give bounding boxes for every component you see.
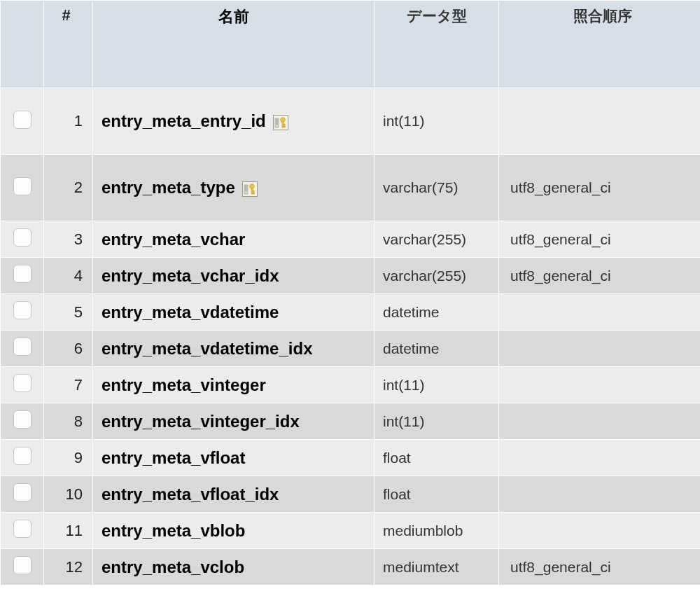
- table-row: 8entry_meta_vinteger_idxint(11): [1, 403, 701, 440]
- row-checkbox-cell: [1, 258, 44, 294]
- row-checkbox[interactable]: [13, 556, 31, 574]
- column-name-cell: entry_meta_vfloat: [93, 440, 374, 476]
- header-collation: 照合順序: [499, 1, 701, 88]
- primary-key-icon: [273, 115, 288, 130]
- row-index: 7: [44, 367, 93, 403]
- column-collation: [499, 403, 701, 440]
- column-type: varchar(255): [374, 258, 499, 294]
- column-collation: [499, 513, 701, 549]
- svg-rect-9: [284, 124, 285, 125]
- column-collation: [499, 440, 701, 476]
- column-collation: utf8_general_ci: [499, 155, 701, 221]
- column-name-cell: entry_meta_vinteger_idx: [93, 403, 374, 440]
- header-index: #: [44, 1, 93, 88]
- column-name-cell: entry_meta_vinteger: [93, 367, 374, 403]
- row-checkbox[interactable]: [13, 338, 31, 356]
- row-checkbox[interactable]: [13, 265, 31, 283]
- row-checkbox-cell: [1, 476, 44, 513]
- column-name: entry_meta_entry_id: [102, 111, 266, 130]
- column-type: int(11): [374, 403, 499, 440]
- column-collation: [499, 294, 701, 331]
- row-checkbox[interactable]: [13, 374, 31, 392]
- row-checkbox[interactable]: [13, 228, 31, 247]
- row-index: 9: [44, 440, 93, 476]
- column-name-cell: entry_meta_type: [93, 155, 374, 221]
- row-checkbox-cell: [1, 221, 44, 258]
- header-row: # 名前 データ型 照合順序: [1, 1, 701, 88]
- row-checkbox[interactable]: [13, 520, 31, 538]
- columns-table: # 名前 データ型 照合順序 1entry_meta_entry_id int(…: [0, 0, 700, 585]
- header-checkbox: [1, 1, 44, 88]
- table-row: 12entry_meta_vclobmediumtextutf8_general…: [1, 549, 701, 585]
- table-row: 1entry_meta_entry_id int(11): [1, 88, 701, 155]
- row-checkbox-cell: [1, 440, 44, 476]
- column-collation: utf8_general_ci: [499, 549, 701, 585]
- table-row: 10entry_meta_vfloat_idxfloat: [1, 476, 701, 513]
- column-name-cell: entry_meta_vblob: [93, 513, 374, 549]
- column-name-cell: entry_meta_vchar_idx: [93, 258, 374, 294]
- table-row: 5entry_meta_vdatetimedatetime: [1, 294, 701, 331]
- row-checkbox-cell: [1, 513, 44, 549]
- row-index: 3: [44, 221, 93, 258]
- row-index: 5: [44, 294, 93, 331]
- row-checkbox-cell: [1, 331, 44, 367]
- row-checkbox-cell: [1, 403, 44, 440]
- row-index: 1: [44, 88, 93, 155]
- column-name: entry_meta_vdatetime_idx: [102, 339, 312, 358]
- column-type: varchar(75): [374, 155, 499, 221]
- column-name-cell: entry_meta_vclob: [93, 549, 374, 585]
- column-name-cell: entry_meta_vfloat_idx: [93, 476, 374, 513]
- column-type: datetime: [374, 294, 499, 331]
- column-name: entry_meta_vfloat: [102, 448, 245, 467]
- column-name: entry_meta_vblob: [102, 521, 245, 540]
- row-checkbox-cell: [1, 155, 44, 221]
- svg-rect-10: [284, 126, 286, 127]
- row-checkbox[interactable]: [13, 447, 31, 465]
- table-row: 7entry_meta_vintegerint(11): [1, 367, 701, 403]
- column-type: mediumtext: [374, 549, 499, 585]
- svg-rect-21: [253, 193, 255, 194]
- column-type: float: [374, 440, 499, 476]
- column-collation: utf8_general_ci: [499, 258, 701, 294]
- column-name: entry_meta_vfloat_idx: [102, 485, 279, 504]
- column-name: entry_meta_vdatetime: [102, 303, 279, 321]
- column-name: entry_meta_vclob: [102, 557, 244, 576]
- column-name-cell: entry_meta_vchar: [93, 221, 374, 258]
- row-checkbox-cell: [1, 294, 44, 331]
- row-checkbox-cell: [1, 367, 44, 403]
- table-row: 3entry_meta_vcharvarchar(255)utf8_genera…: [1, 221, 701, 258]
- row-checkbox[interactable]: [13, 177, 31, 195]
- table-row: 2entry_meta_type varchar(75)utf8_general…: [1, 155, 701, 221]
- row-checkbox-cell: [1, 88, 44, 155]
- primary-key-icon: [242, 181, 258, 197]
- row-index: 8: [44, 403, 93, 440]
- row-index: 4: [44, 258, 93, 294]
- column-collation: [499, 331, 701, 367]
- column-name-cell: entry_meta_entry_id: [93, 88, 374, 155]
- row-index: 10: [44, 476, 93, 513]
- column-name: entry_meta_vinteger: [102, 375, 266, 394]
- svg-point-18: [251, 186, 253, 187]
- svg-rect-20: [253, 190, 254, 192]
- column-name-cell: entry_meta_vdatetime_idx: [93, 331, 374, 367]
- table-row: 6entry_meta_vdatetime_idxdatetime: [1, 331, 701, 367]
- row-index: 12: [44, 549, 93, 585]
- row-index: 6: [44, 331, 93, 367]
- column-collation: [499, 476, 701, 513]
- row-checkbox[interactable]: [13, 301, 31, 319]
- column-name-cell: entry_meta_vdatetime: [93, 294, 374, 331]
- row-index: 11: [44, 513, 93, 549]
- column-type: int(11): [374, 88, 499, 155]
- row-checkbox[interactable]: [13, 111, 31, 129]
- column-type: datetime: [374, 331, 499, 367]
- column-type: mediumblob: [374, 513, 499, 549]
- table-row: 4entry_meta_vchar_idxvarchar(255)utf8_ge…: [1, 258, 701, 294]
- column-collation: [499, 367, 701, 403]
- row-checkbox[interactable]: [13, 410, 31, 429]
- table-row: 9entry_meta_vfloatfloat: [1, 440, 701, 476]
- column-name: entry_meta_vinteger_idx: [102, 412, 300, 431]
- column-collation: [499, 88, 701, 155]
- column-type: varchar(255): [374, 221, 499, 258]
- row-checkbox[interactable]: [13, 483, 31, 501]
- header-name: 名前: [93, 1, 374, 88]
